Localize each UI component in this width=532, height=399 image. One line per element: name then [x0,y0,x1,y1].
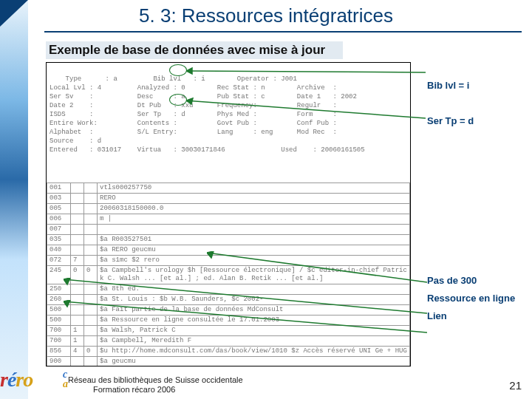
field-data [98,225,410,235]
annotation-biblvl: Bib lvl = i [427,80,523,92]
logo-letter-a: a [63,379,68,389]
field-ind1: 4 [71,347,84,357]
field-tag: 006 [47,214,71,225]
field-data: vtls000257750 [98,183,410,194]
annotation-lien: Lien [427,310,523,322]
annotation-pas300: Pas de 300 [427,275,523,287]
field-data: m | [98,214,410,225]
arrow-lien [64,300,432,338]
logo-letter-r: r [0,368,7,391]
footer-line2: Formation récaro 2006 [93,385,175,394]
field-ind1 [71,204,84,214]
field-tag: 040 [47,245,71,256]
svg-line-1 [186,100,426,118]
table-row: 00520060318150000.0 [47,204,410,214]
field-data: 20060318150000.0 [98,204,410,214]
rero-logo: réro c a [0,368,66,396]
field-ind1 [71,235,84,245]
field-tag: 035 [47,235,71,245]
field-ind2 [84,194,98,204]
logo-letter-e: é [7,368,16,391]
field-ind2 [84,256,98,266]
svg-line-0 [186,71,426,72]
field-ind2: 0 [84,347,98,357]
field-ind2 [84,225,98,235]
table-row: 85640$u http://home.mdconsult.com/das/bo… [47,347,410,357]
table-row: 035$a R003527501 [47,235,410,245]
field-data: $a R003527501 [98,235,410,245]
svg-line-4 [64,301,427,332]
field-ind2 [84,357,98,367]
field-ind2 [84,235,98,245]
footer-line1: Réseau des bibliothèques de Suisse occid… [68,375,243,384]
field-ind2 [84,204,98,214]
field-ind1 [71,183,84,194]
field-ind1: 7 [71,256,84,266]
field-tag: 005 [47,204,71,214]
page-title: 5. 3: Ressources intégratrices [0,4,532,27]
title-underline [44,31,522,33]
field-tag: 007 [47,225,71,235]
field-tag: 001 [47,183,71,194]
field-ind1 [71,225,84,235]
page-number: 21 [509,379,522,392]
background-strip [0,0,28,399]
field-ind1 [71,245,84,256]
field-data: $a geucmu [98,357,410,367]
field-tag: 003 [47,194,71,204]
field-tag: 856 [47,347,71,357]
field-tag: 900 [47,357,71,367]
field-ind2 [84,214,98,225]
table-row: 003RERO [47,194,410,204]
field-ind1 [71,214,84,225]
field-tag: 072 [47,256,71,266]
table-row: 006m | [47,214,410,225]
footer-text: Réseau des bibliothèques de Suisse occid… [68,375,243,395]
arrow-sertp [186,95,430,127]
field-ind1 [71,357,84,367]
annotation-ressource: Ressource en ligne [427,293,523,304]
annotations-column: Bib lvl = i Ser Tp = d Pas de 300 Ressou… [427,80,523,328]
field-data: RERO [98,194,410,204]
field-ind1 [71,194,84,204]
highlight-circle-biblvl [169,64,187,76]
subtitle: Exemple de base de données avec mise à j… [46,41,343,59]
arrow-biblvl [186,65,430,80]
table-row: 007 [47,225,410,235]
table-row: 900$a geucmu [47,357,410,367]
field-ind2 [84,183,98,194]
highlight-circle-sertp [169,94,187,106]
logo-letters-ro: ro [16,368,33,391]
field-data: $u http://home.mdconsult.com/das/book/vi… [98,347,410,357]
annotation-sertp: Ser Tp = d [427,115,523,127]
field-ind2 [84,245,98,256]
table-row: 001vtls000257750 [47,183,410,194]
